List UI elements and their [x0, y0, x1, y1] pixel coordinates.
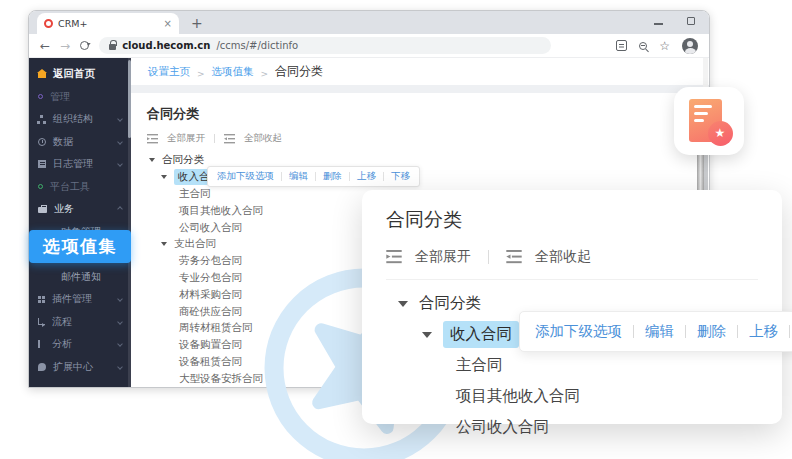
page-title: 合同分类: [147, 105, 695, 123]
tree-leaf[interactable]: 项目其他收入合同: [386, 381, 758, 412]
callout-connector: [697, 150, 704, 195]
chevron-down-icon: [117, 341, 123, 347]
sidebar-item-mail-notice[interactable]: 邮件通知: [29, 266, 131, 289]
expand-all-icon: [386, 250, 402, 264]
breadcrumb-settings-home[interactable]: 设置主页: [148, 65, 190, 79]
log-icon: [38, 160, 46, 168]
toolbar-divider: [214, 134, 215, 143]
zoom-callout-panel: 合同分类 全部展开 全部收起 合同分类 收入合同 添加下级选项 编辑 删: [362, 190, 782, 424]
edit-button[interactable]: 编辑: [645, 322, 674, 341]
toolbar-divider: [488, 250, 489, 264]
zoom-lens-icon[interactable]: [639, 42, 647, 50]
delete-button[interactable]: 删除: [323, 170, 342, 183]
chevron-down-icon: [117, 161, 123, 167]
back-icon[interactable]: ←: [40, 40, 50, 52]
breadcrumb-separator: [197, 62, 205, 81]
org-chart-icon: [40, 115, 43, 118]
expand-all-icon: [147, 134, 158, 144]
marketing-screenshot: CRM+ × + ← → cloud.hecom.cn/ccms/#/dicti…: [0, 0, 792, 459]
ring-icon: [38, 94, 43, 99]
sidebar-section-platform-tools[interactable]: 平台工具: [29, 176, 131, 199]
window-controls: [654, 16, 695, 25]
extension-icon: [38, 363, 46, 371]
sidebar: 返回首页 管理 组织结构 数据 日志管理: [29, 58, 131, 387]
restore-icon[interactable]: [687, 17, 695, 25]
collapse-all-button[interactable]: 全部收起: [244, 132, 282, 145]
clock-icon: [38, 138, 46, 146]
forward-icon[interactable]: →: [60, 40, 70, 52]
sidebar-section-management[interactable]: 管理: [29, 86, 131, 109]
move-up-button[interactable]: 上移: [749, 322, 778, 341]
expand-all-button[interactable]: 全部展开: [415, 248, 471, 266]
dict-set-callout[interactable]: 选项值集: [29, 230, 131, 263]
tree-leaf[interactable]: 公司收入合同: [386, 412, 758, 443]
add-child-option-button[interactable]: 添加下级选项: [535, 322, 622, 341]
zoom-category-tree: 合同分类 收入合同 添加下级选项 编辑 删除 上移 下移 主合同 项目其他收: [386, 288, 758, 443]
crm-favicon-icon: [44, 19, 53, 28]
add-child-option-button[interactable]: 添加下级选项: [217, 170, 274, 183]
zoom-panel-title: 合同分类: [386, 207, 758, 233]
briefcase-icon: [38, 207, 47, 213]
sidebar-item-analysis[interactable]: 分析: [29, 333, 131, 356]
breadcrumb: 设置主页 选项值集 合同分类: [131, 58, 709, 85]
move-down-button[interactable]: 下移: [391, 170, 410, 183]
url-path: /ccms/#/dictinfo: [216, 40, 298, 51]
minimize-icon[interactable]: [654, 23, 663, 25]
expand-arrow-icon[interactable]: [149, 158, 155, 162]
expand-all-button[interactable]: 全部展开: [167, 132, 205, 145]
ring-icon: [38, 184, 43, 189]
flow-icon: [38, 318, 45, 325]
tree-node-income[interactable]: 收入合同 添加下级选项 编辑 删除 上移 下移: [141, 169, 695, 186]
sidebar-item-extension-center[interactable]: 扩展中心: [29, 356, 131, 379]
sidebar-item-business[interactable]: 业务: [29, 198, 131, 221]
document-star-icon: ★: [689, 99, 722, 142]
browser-tab[interactable]: CRM+ ×: [37, 13, 179, 34]
chevron-down-icon: [117, 319, 123, 325]
chevron-up-icon: [117, 206, 123, 212]
profile-avatar[interactable]: [682, 38, 698, 54]
zoom-tree-toolbar: 全部展开 全部收起: [386, 248, 758, 280]
star-circle-icon: ★: [708, 121, 733, 146]
contract-doc-badge: ★: [674, 87, 744, 155]
sidebar-item-org-structure[interactable]: 组织结构: [29, 108, 131, 131]
breadcrumb-dict-set[interactable]: 选项值集: [212, 65, 254, 79]
tab-close-icon[interactable]: ×: [164, 19, 172, 29]
collapse-all-button[interactable]: 全部收起: [535, 248, 591, 266]
browser-tab-bar: CRM+ × +: [29, 11, 709, 34]
breadcrumb-separator: [261, 62, 269, 81]
expand-arrow-icon[interactable]: [422, 332, 432, 338]
bookmark-star-icon[interactable]: ☆: [659, 40, 670, 52]
node-action-menu: 添加下级选项 编辑 删除 上移 下移: [519, 311, 792, 352]
tab-title: CRM+: [58, 18, 159, 29]
tree-node-income[interactable]: 收入合同 添加下级选项 编辑 删除 上移 下移: [386, 319, 758, 350]
new-tab-button[interactable]: +: [191, 16, 203, 30]
lock-icon: [109, 44, 116, 50]
edit-button[interactable]: 编辑: [289, 170, 308, 183]
delete-button[interactable]: 删除: [697, 322, 726, 341]
chevron-down-icon: [117, 364, 123, 370]
translate-icon[interactable]: [616, 40, 627, 51]
sidebar-item-log-management[interactable]: 日志管理: [29, 153, 131, 176]
expand-arrow-icon[interactable]: [161, 242, 167, 246]
reload-icon[interactable]: [80, 41, 89, 50]
sidebar-item-plugin-management[interactable]: 插件管理: [29, 288, 131, 311]
grid-icon: [38, 296, 41, 299]
bar-chart-icon: [38, 340, 40, 348]
sidebar-item-data[interactable]: 数据: [29, 131, 131, 154]
selected-node-label[interactable]: 收入合同: [443, 321, 519, 348]
expand-arrow-icon[interactable]: [161, 175, 167, 179]
url-field[interactable]: cloud.hecom.cn/ccms/#/dictinfo: [99, 37, 551, 54]
sidebar-item-workflow[interactable]: 流程: [29, 311, 131, 334]
home-icon: [38, 73, 46, 78]
chevron-down-icon: [117, 296, 123, 302]
move-up-button[interactable]: 上移: [357, 170, 376, 183]
collapse-all-icon: [224, 134, 235, 144]
chevron-down-icon: [117, 139, 123, 145]
collapse-all-icon: [506, 250, 522, 264]
sidebar-item-home[interactable]: 返回首页: [29, 63, 131, 86]
tree-toolbar: 全部展开 全部收起: [147, 132, 695, 145]
node-action-menu: 添加下级选项 编辑 删除 上移 下移: [207, 166, 420, 187]
tree-leaf[interactable]: 主合同: [386, 350, 758, 381]
expand-arrow-icon[interactable]: [398, 301, 408, 307]
address-bar-icons: ☆: [616, 38, 698, 54]
